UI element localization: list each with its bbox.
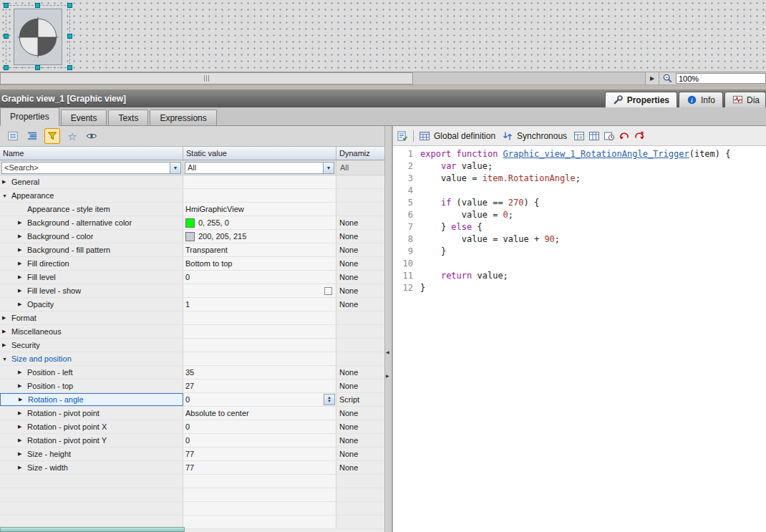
category-view-button[interactable] [25, 129, 39, 143]
table-horizontal-scrollbar-thumb[interactable] [0, 527, 185, 532]
tree-expand-icon[interactable]: ▶ [18, 220, 27, 226]
tab-properties-inspector[interactable]: Properties [605, 92, 677, 107]
resize-handle-top-center[interactable] [35, 3, 40, 8]
chevron-down-icon[interactable]: ▼ [323, 163, 334, 173]
insert-table-icon[interactable] [588, 130, 600, 142]
check-syntax-icon[interactable] [397, 130, 408, 142]
subtab-properties[interactable]: Properties [0, 107, 59, 126]
code-line[interactable]: 5 if (value == 270) { [393, 197, 766, 209]
zoom-magnifier-icon[interactable] [662, 73, 673, 84]
tab-info-inspector[interactable]: i Info [679, 92, 723, 107]
property-dynamization-cell[interactable]: Script [336, 393, 391, 406]
code-line[interactable]: 11 return value; [393, 270, 766, 282]
splitter-expand-icon[interactable]: ▶ [386, 373, 389, 378]
property-name-cell[interactable]: ▶Rotation - pivot point X [0, 420, 183, 433]
property-value-cell[interactable]: 0 [183, 420, 336, 433]
property-name-cell[interactable]: ▶Background - fill pattern [0, 243, 183, 256]
selected-graphic-symbol[interactable] [14, 9, 62, 65]
property-dynamization-cell[interactable]: None [336, 366, 391, 379]
code-line[interactable]: 3 value = item.RotationAngle; [393, 173, 766, 185]
tree-expand-icon[interactable]: ▶ [18, 369, 27, 375]
search-dropdown[interactable]: <Search> ▼ [1, 162, 181, 174]
property-dynamization-cell[interactable] [336, 203, 391, 216]
property-name-cell[interactable]: ▶Background - alternative color [0, 216, 183, 229]
property-name-cell[interactable]: ▶Rotation - angle [0, 393, 183, 406]
tree-expand-icon[interactable]: ▶ [2, 179, 11, 185]
undo-changes-icon[interactable] [619, 130, 630, 142]
code-line[interactable]: 10 [393, 258, 766, 270]
discard-changes-icon[interactable] [634, 130, 645, 142]
property-dynamization-cell[interactable] [336, 189, 391, 202]
scroll-right-button[interactable]: ▶ [645, 72, 659, 84]
global-definition-icon[interactable] [419, 130, 430, 142]
property-value-cell[interactable] [183, 175, 336, 188]
property-dynamization-cell[interactable]: None [336, 420, 391, 433]
property-value-cell[interactable]: Absolute to center [183, 407, 336, 420]
tree-expand-icon[interactable]: ▶ [18, 247, 27, 253]
property-name-cell[interactable]: ▶Miscellaneous [0, 325, 183, 338]
subtab-expressions[interactable]: Expressions [150, 110, 216, 125]
resize-handle-middle-left[interactable] [4, 34, 9, 39]
spinner-down-icon[interactable]: ▼ [327, 400, 331, 403]
tree-expand-icon[interactable]: ▶ [18, 274, 27, 280]
subtab-texts[interactable]: Texts [108, 110, 148, 125]
scrollbar-thumb[interactable] [0, 72, 413, 84]
subtab-events[interactable]: Events [61, 110, 107, 125]
tree-expand-icon[interactable]: ▶ [18, 437, 27, 443]
property-name-cell[interactable]: ▶Opacity [0, 298, 183, 311]
property-name-cell[interactable]: ▶Fill level - show [0, 284, 183, 297]
tree-expand-icon[interactable]: ▶ [18, 233, 27, 239]
property-name-cell[interactable]: ▶Position - left [0, 366, 183, 379]
property-dynamization-cell[interactable]: None [336, 407, 391, 420]
property-value-cell[interactable]: 1 [183, 298, 336, 311]
property-value-cell[interactable]: 77 [183, 461, 336, 474]
resize-handle-top-right[interactable] [67, 3, 72, 8]
property-name-cell[interactable]: ▼Appearance [0, 189, 183, 202]
property-dynamization-cell[interactable]: None [336, 298, 391, 311]
code-line[interactable]: 9 } [393, 246, 766, 258]
property-dynamization-cell[interactable]: None [336, 243, 391, 256]
property-dynamization-cell[interactable] [336, 311, 391, 324]
resize-handle-bottom-center[interactable] [35, 65, 40, 70]
tree-expand-icon[interactable]: ▶ [18, 301, 27, 307]
property-value-cell[interactable]: 35 [183, 366, 336, 379]
property-value-cell[interactable]: HmiGraphicView [183, 203, 336, 216]
property-name-cell[interactable]: ▶Position - top [0, 379, 183, 392]
property-name-cell[interactable]: ▼Size and position [0, 352, 183, 365]
property-name-cell[interactable]: ▶Fill direction [0, 257, 183, 270]
property-value-cell[interactable]: 0 [183, 434, 336, 447]
property-value-cell[interactable] [183, 352, 336, 365]
tree-expand-icon[interactable]: ▶ [18, 383, 27, 389]
splitter-collapse-icon[interactable]: ◀ [386, 349, 389, 354]
tree-expand-icon[interactable]: ▶ [18, 261, 27, 266]
favorites-button[interactable]: ☆ [65, 129, 79, 143]
property-dynamization-cell[interactable]: None [336, 434, 391, 447]
property-name-cell[interactable]: ▶Rotation - pivot point [0, 407, 183, 420]
tree-expand-icon[interactable]: ▶ [18, 410, 27, 416]
property-value-cell[interactable]: 27 [183, 379, 336, 392]
property-name-cell[interactable]: ▶Size - height [0, 448, 183, 460]
property-dynamization-cell[interactable]: None [336, 379, 391, 392]
property-name-cell[interactable]: ▶Fill level [0, 271, 183, 284]
synchronous-icon[interactable] [502, 130, 513, 142]
resize-handle-top-left[interactable] [4, 3, 9, 8]
code-line[interactable]: 12} [393, 282, 766, 294]
property-name-cell[interactable]: ▶General [0, 175, 183, 188]
property-dynamization-cell[interactable]: None [336, 230, 391, 243]
tree-expand-icon[interactable]: ▶ [18, 288, 27, 294]
code-line[interactable]: 6 value = 0; [393, 209, 766, 221]
timestamp-icon[interactable] [603, 130, 615, 142]
tab-diagnostics-inspector[interactable]: Dia [724, 92, 766, 107]
tree-expand-icon[interactable]: ▶ [2, 342, 11, 348]
header-static-value[interactable]: Static value [183, 147, 336, 160]
synchronous-label[interactable]: Synchronous [517, 131, 567, 141]
selection-box[interactable] [6, 5, 70, 68]
tree-collapse-icon[interactable]: ▼ [2, 357, 11, 362]
vertical-splitter-strip[interactable]: ◀ ▶ [384, 126, 391, 532]
property-dynamization-cell[interactable]: None [336, 461, 391, 474]
property-value-cell[interactable]: 0▲▼ [183, 393, 336, 406]
property-dynamization-cell[interactable]: None [336, 284, 391, 297]
global-definition-label[interactable]: Global definition [434, 131, 495, 141]
property-value-cell[interactable]: Transparent [183, 243, 336, 256]
code-line[interactable]: 2 var value; [393, 160, 766, 173]
